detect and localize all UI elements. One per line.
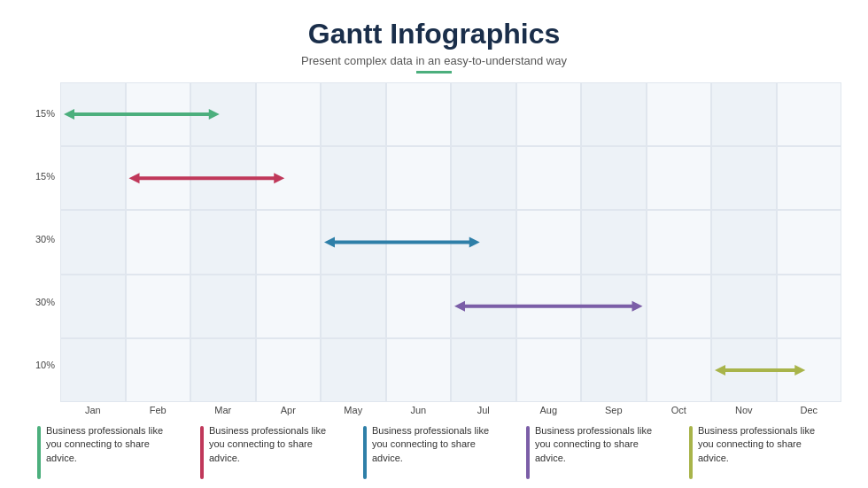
legend-item: Business professionals like you connecti… bbox=[37, 424, 179, 479]
page-title: Gantt Infographics bbox=[308, 18, 560, 50]
x-month-label: Feb bbox=[126, 405, 191, 415]
svg-marker-13 bbox=[715, 365, 725, 376]
x-month-label: Oct bbox=[647, 405, 712, 415]
x-axis: JanFebMarAprMayJunJulAugSepOctNovDec bbox=[60, 405, 841, 415]
y-label-1: 15% bbox=[27, 108, 60, 119]
page-subtitle: Present complex data in an easy-to-under… bbox=[301, 54, 567, 67]
legend-color-bar bbox=[689, 426, 693, 479]
legend-text: Business professionals like you connecti… bbox=[372, 424, 505, 465]
legend-color-bar bbox=[363, 426, 367, 479]
x-month-label: Mar bbox=[190, 405, 256, 415]
x-month-label: Jul bbox=[451, 405, 516, 415]
svg-marker-2 bbox=[209, 109, 220, 120]
svg-marker-4 bbox=[129, 173, 140, 183]
legend: Business professionals like you connecti… bbox=[27, 424, 841, 479]
svg-marker-10 bbox=[454, 301, 465, 312]
svg-marker-7 bbox=[324, 237, 335, 248]
title-underline bbox=[416, 71, 452, 74]
svg-marker-8 bbox=[469, 237, 480, 248]
bars-svg bbox=[60, 82, 841, 402]
y-label-3: 30% bbox=[27, 234, 60, 244]
legend-text: Business professionals like you connecti… bbox=[209, 424, 342, 465]
y-label-5: 10% bbox=[27, 360, 60, 370]
svg-marker-1 bbox=[64, 109, 74, 120]
svg-marker-11 bbox=[632, 301, 643, 312]
legend-text: Business professionals like you connecti… bbox=[46, 424, 179, 465]
svg-marker-5 bbox=[274, 173, 284, 183]
x-month-label: May bbox=[321, 405, 386, 415]
x-month-label: Jun bbox=[386, 405, 452, 415]
y-axis: 15% 15% 30% 30% 10% bbox=[27, 82, 60, 415]
legend-color-bar bbox=[526, 426, 530, 479]
y-label-2: 15% bbox=[27, 171, 60, 182]
legend-item: Business professionals like you connecti… bbox=[689, 424, 831, 479]
x-month-label: Dec bbox=[777, 405, 842, 415]
legend-text: Business professionals like you connecti… bbox=[535, 424, 668, 465]
legend-item: Business professionals like you connecti… bbox=[526, 424, 668, 479]
svg-marker-14 bbox=[794, 365, 805, 376]
grid-container bbox=[60, 82, 841, 402]
x-month-label: Apr bbox=[256, 405, 322, 415]
legend-color-bar bbox=[200, 426, 204, 479]
main-container: Gantt Infographics Present complex data … bbox=[0, 0, 868, 488]
chart-body: JanFebMarAprMayJunJulAugSepOctNovDec bbox=[60, 82, 841, 415]
legend-color-bar bbox=[37, 426, 41, 479]
legend-item: Business professionals like you connecti… bbox=[200, 424, 342, 479]
x-month-label: Aug bbox=[516, 405, 582, 415]
x-month-label: Nov bbox=[711, 405, 777, 415]
x-month-label: Jan bbox=[60, 405, 126, 415]
y-label-4: 30% bbox=[27, 297, 60, 307]
x-month-label: Sep bbox=[581, 405, 647, 415]
legend-item: Business professionals like you connecti… bbox=[363, 424, 505, 479]
legend-text: Business professionals like you connecti… bbox=[698, 424, 831, 465]
